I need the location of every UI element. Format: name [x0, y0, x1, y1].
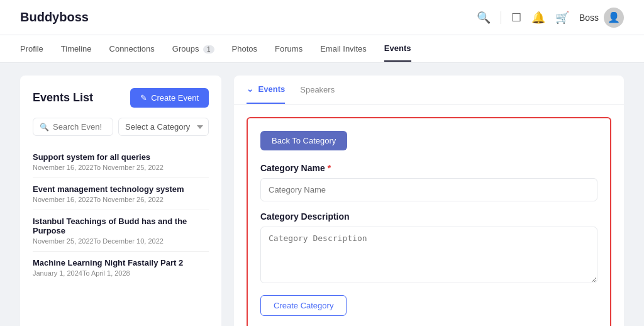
search-filter: 🔍 Select a Category [33, 118, 209, 136]
avatar: 👤 [604, 8, 624, 28]
nav-email-invites[interactable]: Email Invites [320, 37, 367, 61]
event-date: November 25, 2022To December 10, 2022 [33, 237, 209, 245]
category-name-input[interactable] [260, 178, 597, 201]
nav-photos[interactable]: Photos [232, 37, 257, 61]
sidebar: Events List ✎ Create Event 🔍 Select a Ca… [20, 76, 221, 326]
nav-profile[interactable]: Profile [20, 37, 43, 61]
content-area: ⌄ Events Speakers Back To Category Categ… [234, 76, 624, 326]
search-icon-small: 🔍 [40, 123, 49, 132]
event-title: Support system for all queries [33, 152, 209, 162]
create-category-button[interactable]: Create Category [260, 295, 347, 316]
tab-speakers[interactable]: Speakers [300, 76, 335, 103]
category-select[interactable]: Select a Category [118, 118, 209, 136]
tab-events[interactable]: ⌄ Events [247, 76, 285, 104]
top-header: Buddyboss 🔍 ☐ 🔔 🛒 Boss 👤 [0, 0, 644, 35]
search-box: 🔍 [33, 118, 113, 136]
event-title: Machine Learning Night Fastaily Part 2 [33, 258, 209, 267]
sidebar-header: Events List ✎ Create Event [33, 88, 209, 108]
create-event-button[interactable]: ✎ Create Event [130, 88, 209, 108]
category-name-group: Category Name * [260, 163, 597, 201]
user-name: Boss [579, 13, 599, 23]
bell-icon[interactable]: 🔔 [531, 11, 545, 25]
list-item[interactable]: Support system for all queries November … [33, 146, 209, 178]
groups-badge: 1 [203, 45, 214, 53]
logo: Buddyboss [20, 10, 89, 25]
nav-events[interactable]: Events [384, 36, 411, 62]
user-section: Boss 👤 [579, 8, 624, 28]
sidebar-title: Events List [33, 91, 93, 104]
cart-icon[interactable]: 🛒 [555, 11, 569, 25]
back-to-category-button[interactable]: Back To Category [260, 131, 347, 150]
search-input[interactable] [53, 122, 106, 132]
event-date: November 16, 2022To November 25, 2022 [33, 164, 209, 171]
event-title: Istanbul Teachings of Budd has and the P… [33, 216, 209, 235]
search-icon[interactable]: 🔍 [477, 11, 491, 25]
event-date: November 16, 2022To November 26, 2022 [33, 196, 209, 203]
list-item[interactable]: Istanbul Teachings of Budd has and the P… [33, 210, 209, 252]
nav-connections[interactable]: Connections [109, 37, 155, 61]
category-description-label: Category Description [260, 211, 597, 222]
form-box: Back To Category Category Name * Categor… [247, 117, 611, 326]
list-item[interactable]: Machine Learning Night Fastaily Part 2 J… [33, 252, 209, 283]
nav-timeline[interactable]: Timeline [61, 37, 92, 61]
nav-forums[interactable]: Forums [275, 37, 303, 61]
event-list: Support system for all queries November … [33, 146, 209, 283]
event-date: January 1, 2024To April 1, 2028 [33, 269, 209, 277]
category-description-input[interactable] [260, 227, 597, 283]
chevron-down-icon: ⌄ [247, 84, 253, 94]
header-divider [501, 11, 501, 24]
form-wrapper: Back To Category Category Name * Categor… [234, 104, 624, 326]
category-description-group: Category Description [260, 211, 597, 285]
category-name-label: Category Name * [260, 163, 597, 173]
edit-icon: ✎ [140, 93, 147, 103]
required-star: * [328, 163, 331, 173]
nav-groups[interactable]: Groups 1 [172, 37, 214, 61]
header-icons: 🔍 ☐ 🔔 🛒 Boss 👤 [477, 8, 624, 28]
event-title: Event management technology system [33, 184, 209, 194]
nav-bar: Profile Timeline Connections Groups 1 Ph… [0, 35, 644, 63]
list-item[interactable]: Event management technology system Novem… [33, 178, 209, 210]
tabs-row: ⌄ Events Speakers [234, 76, 624, 104]
message-icon[interactable]: ☐ [511, 11, 521, 25]
main-container: Events List ✎ Create Event 🔍 Select a Ca… [0, 63, 644, 326]
